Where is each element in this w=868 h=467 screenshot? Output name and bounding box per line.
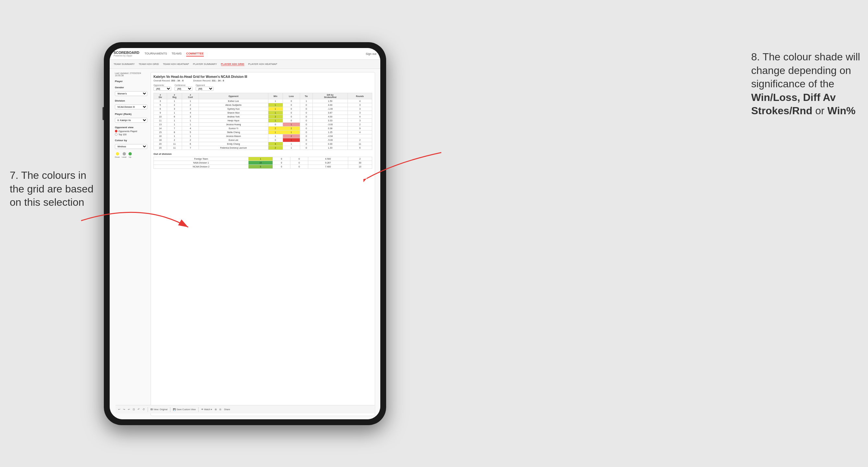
cell-loss: 1 xyxy=(283,123,300,127)
opponent-filter-select[interactable]: (All) xyxy=(196,87,214,91)
cell-win: 1 xyxy=(268,134,283,138)
opponents-played-radio[interactable]: Opponents Played xyxy=(115,130,147,132)
nav-teams[interactable]: TEAMS xyxy=(172,51,182,57)
ood-loss: 0 xyxy=(273,165,290,169)
colour-by-label: Colour by xyxy=(115,139,147,142)
sub-nav: TEAM SUMMARY TEAM H2H GRID TEAM H2H HEAT… xyxy=(110,60,380,69)
division-select[interactable]: NCAA Division III xyxy=(115,104,147,110)
cell-conf: 4 xyxy=(182,127,199,130)
col-loss: Loss xyxy=(283,93,300,99)
last-updated: Last Updated: 27/03/2024 16:55:38 xyxy=(115,72,147,76)
cell-conf: 1 xyxy=(182,119,199,123)
ood-tie: 0 xyxy=(290,157,308,161)
cell-win: 2 xyxy=(268,146,283,150)
sub-nav-team-h2h-grid[interactable]: TEAM H2H GRID xyxy=(138,63,159,66)
copy-button[interactable]: ⊡ xyxy=(133,408,135,411)
cell-diff: 0.38 xyxy=(312,127,347,130)
player-rank-label: Player (Rank) xyxy=(115,113,147,116)
gender-section: Gender Women's xyxy=(115,86,147,96)
ood-win: 5 xyxy=(249,165,273,169)
cell-tie: 0 xyxy=(300,142,312,146)
layout-button[interactable]: ⊞ xyxy=(215,408,217,411)
cell-div: 16 xyxy=(154,134,167,138)
table-row: 5 2 2 Alexis Sudjianto 1 0 0 4.00 3 xyxy=(154,103,372,107)
cell-opponent: Sharon Mun xyxy=(199,111,268,115)
top100-radio[interactable]: Top 100 xyxy=(115,133,147,136)
col-div: #Div xyxy=(154,93,167,99)
left-arrow xyxy=(78,195,191,260)
undo-button[interactable]: ↩ xyxy=(118,408,120,411)
toolbar-separator-2 xyxy=(170,407,170,412)
cell-loss: 1 xyxy=(283,142,300,146)
opponent-view-label: Opponent view xyxy=(115,126,147,129)
redo-button[interactable]: ↪ xyxy=(123,408,125,411)
share-button[interactable]: Share xyxy=(224,408,230,410)
ood-loss: 0 xyxy=(273,161,290,165)
cell-conf: 1 xyxy=(182,123,199,127)
cell-rounds: 4 xyxy=(348,115,372,119)
gender-label: Gender xyxy=(115,86,147,89)
cell-win: 1 xyxy=(268,130,283,134)
watch-button[interactable]: 👁 Watch ▾ xyxy=(201,408,212,411)
app-logo: SCOREBOARD Powered by clippd xyxy=(114,51,139,57)
opponents-filter-select[interactable]: (All) xyxy=(153,87,171,91)
sub-nav-player-summary[interactable]: PLAYER SUMMARY xyxy=(193,63,217,66)
save-icon: 💾 xyxy=(173,408,176,410)
grid-button[interactable]: ⊟ xyxy=(219,408,221,411)
legend-up: Up xyxy=(128,152,132,158)
cell-tie: 0 xyxy=(300,146,312,150)
col-win: Win xyxy=(268,93,283,99)
more-button[interactable]: ↶ xyxy=(137,408,140,411)
cell-rounds: 4 xyxy=(348,130,372,134)
cell-conf: 1 xyxy=(182,99,199,103)
conference-filter-select[interactable]: (All) xyxy=(175,87,192,91)
cell-win: 1 xyxy=(268,119,283,123)
opponents-filter-label: Opponents: xyxy=(153,84,171,86)
legend-level-label: Level xyxy=(122,156,126,158)
cell-diff: -1.00 xyxy=(312,107,347,111)
player-section: Player xyxy=(115,80,147,83)
legend: Down Level Up xyxy=(115,152,147,158)
player-rank-select[interactable]: 8. Katelyn Vo xyxy=(115,118,147,123)
legend-down: Down xyxy=(115,152,120,158)
sub-nav-team-summary[interactable]: TEAM SUMMARY xyxy=(114,63,135,66)
cell-win: 1 xyxy=(268,103,283,107)
division-section: Division NCAA Division III xyxy=(115,99,147,110)
opponents-filter: Opponents: (All) xyxy=(153,84,171,91)
ood-opponent: NCAA Division 2 xyxy=(154,165,249,169)
cell-div: 5 xyxy=(154,103,167,107)
colour-by-section: Colour by Win/loss xyxy=(115,139,147,149)
cell-tie: 0 xyxy=(300,119,312,123)
view-original-button[interactable]: 🖼 View: Original xyxy=(151,408,167,410)
cell-rounds: 4 xyxy=(348,99,372,103)
cell-win: 2 xyxy=(268,127,283,130)
save-custom-view-button[interactable]: 💾 Save Custom View xyxy=(173,408,196,411)
sub-nav-player-h2h-heatmap[interactable]: PLAYER H2H HEATMAP xyxy=(248,63,277,66)
gender-select[interactable]: Women's xyxy=(115,91,147,96)
nav-bar: SCOREBOARD Powered by clippd TOURNAMENTS… xyxy=(110,48,380,60)
radio-selected-icon xyxy=(115,130,118,132)
cell-reg: 2 xyxy=(167,138,182,142)
table-header-row: #Div #Reg #Conf Opponent Win Loss Tie Di… xyxy=(154,93,372,99)
colour-by-select[interactable]: Win/loss xyxy=(115,144,147,149)
table-row: 20 11 6 Emily Chang 4 1 0 0.30 11 xyxy=(154,142,372,146)
clock-button[interactable]: ⏱ xyxy=(143,408,145,411)
toolbar-separator-1 xyxy=(148,407,148,412)
col-conf: #Conf xyxy=(182,93,199,99)
cell-opponent: Emily Chang xyxy=(199,142,268,146)
ood-opponent: Foreign Team xyxy=(154,157,249,161)
back-button[interactable]: ↩ xyxy=(128,408,130,411)
ood-diff: 4.500 xyxy=(308,157,348,161)
sub-nav-team-h2h-heatmap[interactable]: TEAM H2H HEATMAP xyxy=(163,63,189,66)
nav-tournaments[interactable]: TOURNAMENTS xyxy=(145,51,167,57)
cell-opponent: Alexis Sudjianto xyxy=(199,103,268,107)
cell-tie: 0 xyxy=(300,130,312,134)
nav-sign-out[interactable]: Sign out xyxy=(366,52,376,56)
legend-down-icon xyxy=(116,152,119,155)
opponent-filter-label: Opponent xyxy=(196,84,214,86)
cell-conf: 6 xyxy=(182,142,199,146)
nav-committee[interactable]: COMMITTEE xyxy=(186,51,204,57)
sub-nav-player-h2h-grid[interactable]: PLAYER H2H GRID xyxy=(221,63,244,66)
cell-div: 3 xyxy=(154,99,167,103)
opponent-filter: Opponent (All) xyxy=(196,84,214,91)
